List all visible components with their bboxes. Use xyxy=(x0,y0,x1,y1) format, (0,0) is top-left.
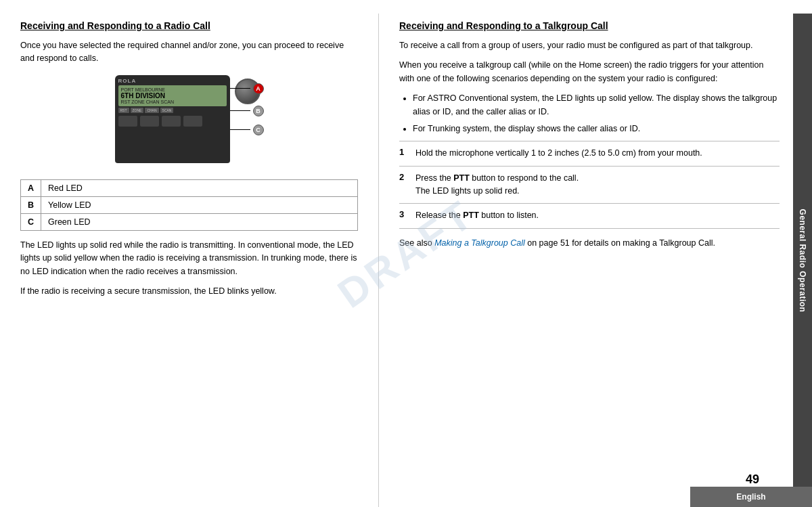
right-column: Receiving and Responding to a Talkgroup … xyxy=(379,14,793,507)
left-body-p1: The LED lights up solid red while the ra… xyxy=(20,239,358,278)
speaker-3 xyxy=(162,116,181,127)
screen-line1: PORT MELBOURNE xyxy=(121,87,224,92)
zone-button: ZONE xyxy=(131,108,144,113)
led-label-c-group: C xyxy=(230,125,264,135)
label-circle-c: C xyxy=(253,125,264,135)
steps-container: 1Hold the microphone vertically 1 to 2 i… xyxy=(399,141,780,229)
list-item: For Trunking system, the display shows t… xyxy=(413,123,780,135)
bullet-list: For ASTRO Conventional system, the LED l… xyxy=(406,92,780,135)
see-also-link: Making a Talkgroup Call xyxy=(434,238,525,248)
step-number: 1 xyxy=(399,147,415,157)
table-value: Yellow LED xyxy=(41,196,358,213)
label-circle-b: B xyxy=(253,106,264,116)
table-row: ARed LED xyxy=(21,179,358,196)
table-row: CGreen LED xyxy=(21,213,358,230)
right-intro-p1: To receive a call from a group of users,… xyxy=(399,39,780,52)
connector-line-b xyxy=(230,110,250,111)
led-label-a-group: A xyxy=(230,83,264,94)
table-key: C xyxy=(21,213,41,230)
step-number: 2 xyxy=(399,172,415,182)
page-number: 49 xyxy=(746,472,759,487)
speaker-1 xyxy=(118,116,137,127)
sidebar-label: General Radio Operation xyxy=(798,208,807,312)
rst-button: RST xyxy=(118,108,129,113)
chan-button: CHAN xyxy=(145,108,158,113)
step-sub-text: The LED lights up solid red. xyxy=(415,185,780,198)
speaker-4 xyxy=(183,116,202,127)
right-title: Receiving and Responding to a Talkgroup … xyxy=(399,20,780,31)
radio-brand: ROLA xyxy=(115,75,230,84)
table-key: B xyxy=(21,196,41,213)
step-text: Hold the microphone vertically 1 to 2 in… xyxy=(415,147,780,160)
screen-line2: 6TH DIVISION xyxy=(121,92,224,100)
left-title: Receiving and Responding to a Radio Call xyxy=(20,20,358,31)
radio-speaker-area xyxy=(118,116,227,127)
scan-button: SCAN xyxy=(160,108,174,113)
left-column: Receiving and Responding to a Radio Call… xyxy=(0,14,379,507)
right-intro-p2: When you receive a talkgroup call (while… xyxy=(399,59,780,85)
label-circle-a: A xyxy=(253,83,264,94)
radio-image-wrapper: ROLA PORT MELBOURNE 6TH DIVISION RST ZON… xyxy=(115,75,264,170)
table-value: Red LED xyxy=(41,179,358,196)
radio-image-section: ROLA PORT MELBOURNE 6TH DIVISION RST ZON… xyxy=(20,75,358,170)
see-also: See also Making a Talkgroup Call on page… xyxy=(399,237,780,250)
see-also-pre: See also xyxy=(399,238,434,248)
connector-line-c xyxy=(230,129,250,130)
table-key: A xyxy=(21,179,41,196)
step-text: Press the PTT button to respond to the c… xyxy=(415,172,780,198)
table-row: BYellow LED xyxy=(21,196,358,213)
radio-screen: PORT MELBOURNE 6TH DIVISION RST ZONE CHA… xyxy=(118,85,227,106)
radio-buttons-row: RST ZONE CHAN SCAN xyxy=(118,108,227,113)
radio-device: ROLA PORT MELBOURNE 6TH DIVISION RST ZON… xyxy=(115,75,230,163)
step-row-1: 1Hold the microphone vertically 1 to 2 i… xyxy=(399,141,780,165)
speaker-2 xyxy=(140,116,159,127)
led-label-b-group: B xyxy=(230,106,264,116)
step-row-2: 2Press the PTT button to respond to the … xyxy=(399,166,780,204)
step-row-3: 3Release the PTT button to listen. xyxy=(399,203,780,228)
table-value: Green LED xyxy=(41,213,358,230)
screen-line3: RST ZONE CHAN SCAN xyxy=(121,100,224,104)
list-item: For ASTRO Conventional system, the LED l… xyxy=(413,92,780,118)
led-table: ARed LEDBYellow LEDCGreen LED xyxy=(20,179,358,231)
step-text: Release the PTT button to listen. xyxy=(415,209,780,222)
language-badge: English xyxy=(690,487,812,507)
step-number: 3 xyxy=(399,209,415,219)
see-also-post: on page 51 for details on making a Talkg… xyxy=(525,238,715,248)
connector-line-a xyxy=(230,88,250,89)
left-intro-p1: Once you have selected the required chan… xyxy=(20,39,358,66)
left-body-p2: If the radio is receiving a secure trans… xyxy=(20,285,358,298)
sidebar-tab: General Radio Operation xyxy=(793,14,812,507)
